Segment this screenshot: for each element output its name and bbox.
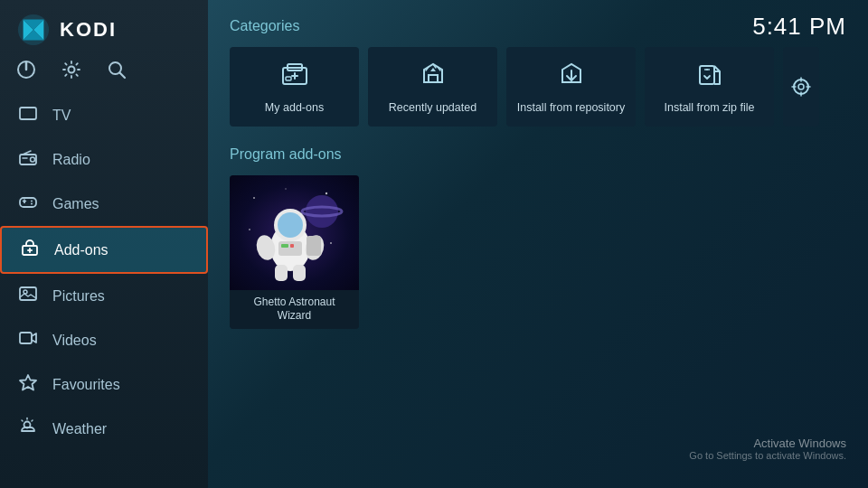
sidebar-item-pictures-label: Pictures (52, 288, 105, 305)
sidebar-item-videos-label: Videos (52, 333, 97, 349)
main-content: 5:41 PM Categories My add-ons (208, 0, 868, 488)
svg-rect-65 (307, 236, 321, 256)
recently-updated-icon (418, 59, 448, 96)
astronaut-image-svg (241, 180, 349, 288)
sidebar-item-addons-label: Add-ons (54, 242, 108, 258)
install-from-repository-label: Install from repository (517, 101, 625, 115)
svg-rect-62 (278, 241, 302, 256)
pictures-icon (16, 284, 40, 308)
recently-updated-label: Recently updated (389, 101, 476, 115)
program-addons-title: Program add-ons (230, 146, 846, 163)
svg-line-9 (120, 73, 126, 79)
tv-icon (16, 103, 40, 127)
sidebar-item-weather-label: Weather (52, 421, 107, 437)
videos-icon (16, 328, 40, 352)
svg-marker-28 (20, 375, 36, 390)
sidebar-toolbar (0, 56, 208, 93)
sidebar-item-tv-label: TV (52, 108, 71, 124)
svg-line-32 (32, 420, 33, 421)
sidebar-item-favourites[interactable]: Favourites (0, 362, 208, 407)
search-icon[interactable] (107, 60, 127, 84)
svg-rect-63 (281, 244, 288, 248)
install-from-repository-icon (556, 59, 587, 96)
svg-point-57 (278, 212, 303, 238)
power-icon[interactable] (16, 60, 36, 84)
time-display: 5:41 PM (752, 13, 846, 41)
sidebar-item-videos[interactable]: Videos (0, 318, 208, 362)
radio-icon (16, 147, 40, 172)
sidebar-item-radio[interactable]: Radio (0, 137, 208, 182)
sidebar: KODI (0, 0, 208, 488)
sidebar-item-addons[interactable]: Add-ons (0, 226, 208, 274)
sidebar-nav: TV Radio (0, 93, 208, 488)
svg-rect-61 (293, 265, 306, 281)
kodi-logo-icon (16, 13, 51, 47)
svg-rect-37 (286, 77, 291, 80)
my-addons-label: My add-ons (265, 101, 324, 115)
sidebar-item-tv[interactable]: TV (0, 93, 208, 137)
sidebar-item-favourites-label: Favourites (52, 377, 120, 393)
svg-point-13 (31, 157, 35, 162)
weather-icon (16, 417, 40, 441)
favourites-icon (16, 372, 40, 397)
svg-point-52 (249, 229, 250, 230)
svg-point-21 (31, 203, 33, 205)
svg-rect-10 (20, 108, 36, 119)
svg-line-31 (22, 420, 23, 421)
install-from-zip-icon (694, 59, 725, 96)
svg-rect-27 (20, 333, 32, 343)
kodi-logo: KODI (0, 0, 208, 56)
svg-rect-16 (20, 198, 36, 207)
addon-ghetto-astronaut[interactable]: Ghetto AstronautWizard (230, 175, 359, 329)
category-partial[interactable] (783, 47, 819, 127)
addon-label: Ghetto AstronautWizard (230, 290, 359, 329)
activate-windows-subtitle: Go to Settings to activate Windows. (689, 450, 846, 461)
svg-point-50 (330, 242, 332, 244)
svg-rect-12 (20, 155, 36, 164)
sidebar-item-radio-label: Radio (52, 152, 90, 168)
addon-image (230, 175, 359, 293)
svg-rect-25 (20, 287, 36, 300)
settings-icon[interactable] (61, 60, 81, 84)
games-icon (16, 192, 40, 216)
svg-point-53 (306, 195, 338, 228)
my-addons-icon (279, 59, 310, 96)
categories-row: My add-ons Recently updated (230, 47, 846, 127)
sidebar-item-games-label: Games (52, 196, 99, 212)
svg-point-48 (325, 192, 326, 194)
svg-point-20 (31, 201, 33, 202)
category-recently-updated[interactable]: Recently updated (368, 47, 497, 127)
addons-row: Ghetto AstronautWizard (230, 175, 846, 329)
svg-rect-64 (290, 244, 294, 248)
svg-point-7 (69, 67, 75, 73)
svg-point-51 (285, 188, 287, 190)
category-install-from-repository[interactable]: Install from repository (506, 47, 636, 127)
svg-point-47 (253, 197, 255, 199)
activate-windows-notice: Activate Windows Go to Settings to activ… (689, 436, 846, 461)
addons-icon (18, 238, 42, 262)
app-name: KODI (60, 18, 117, 42)
sidebar-item-weather[interactable]: Weather (0, 407, 208, 451)
sidebar-item-pictures[interactable]: Pictures (0, 274, 208, 318)
activate-windows-title: Activate Windows (689, 436, 846, 450)
category-install-from-zip[interactable]: Install from zip file (645, 47, 774, 127)
svg-point-42 (798, 84, 804, 89)
category-my-addons[interactable]: My add-ons (230, 47, 359, 127)
install-from-zip-label: Install from zip file (664, 101, 754, 115)
svg-rect-60 (275, 265, 288, 281)
sidebar-item-games[interactable]: Games (0, 182, 208, 226)
